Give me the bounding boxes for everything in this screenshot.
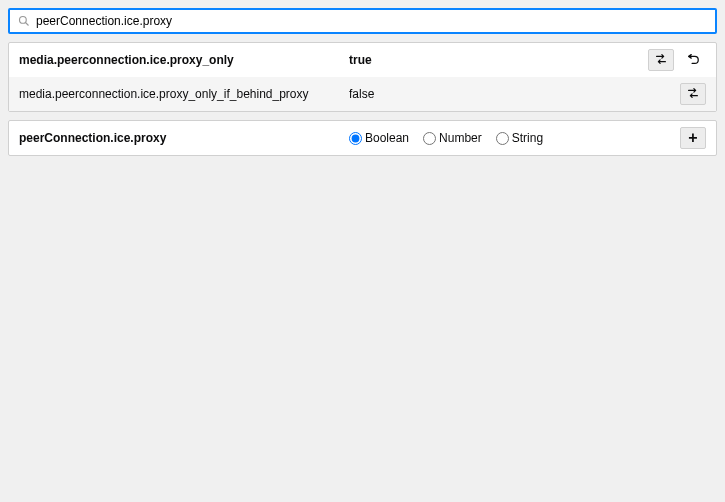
radio-boolean-label: Boolean	[365, 131, 409, 145]
toggle-button[interactable]	[648, 49, 674, 71]
toggle-button[interactable]	[680, 83, 706, 105]
search-container	[8, 8, 717, 34]
add-row: peerConnection.ice.proxy Boolean Number …	[9, 121, 716, 155]
search-input[interactable]	[36, 14, 707, 28]
radio-boolean[interactable]	[349, 132, 362, 145]
pref-name: media.peerconnection.ice.proxy_only	[19, 53, 349, 67]
plus-icon: +	[688, 129, 697, 147]
reset-button[interactable]	[680, 49, 706, 71]
pref-actions	[648, 49, 706, 71]
new-pref-name: peerConnection.ice.proxy	[19, 131, 349, 145]
type-options: Boolean Number String	[349, 131, 680, 145]
radio-number[interactable]	[423, 132, 436, 145]
svg-line-1	[26, 23, 29, 26]
pref-name: media.peerconnection.ice.proxy_only_if_b…	[19, 87, 349, 101]
pref-row: media.peerconnection.ice.proxy_only true	[9, 43, 716, 77]
pref-value: false	[349, 87, 680, 101]
pref-value: true	[349, 53, 648, 67]
radio-string[interactable]	[496, 132, 509, 145]
toggle-icon	[654, 52, 668, 69]
add-button[interactable]: +	[680, 127, 706, 149]
add-actions: +	[680, 127, 706, 149]
undo-icon	[686, 52, 700, 69]
type-option-boolean[interactable]: Boolean	[349, 131, 409, 145]
svg-point-0	[20, 17, 27, 24]
pref-actions	[680, 83, 706, 105]
search-icon	[18, 15, 30, 27]
radio-string-label: String	[512, 131, 543, 145]
radio-number-label: Number	[439, 131, 482, 145]
add-preference-box: peerConnection.ice.proxy Boolean Number …	[8, 120, 717, 156]
type-option-number[interactable]: Number	[423, 131, 482, 145]
pref-row: media.peerconnection.ice.proxy_only_if_b…	[9, 77, 716, 111]
type-option-string[interactable]: String	[496, 131, 543, 145]
toggle-icon	[686, 86, 700, 103]
preferences-list: media.peerconnection.ice.proxy_only true	[8, 42, 717, 112]
